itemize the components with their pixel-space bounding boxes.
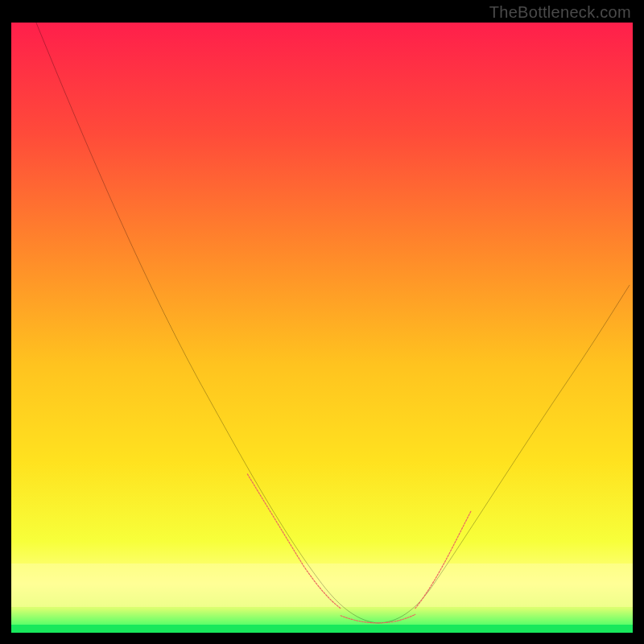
bottleneck-curve <box>11 23 633 633</box>
curve-dots-bottom <box>341 614 415 623</box>
curve-dots-left <box>247 474 341 609</box>
curve-dots-right <box>415 510 471 608</box>
watermark-text: TheBottleneck.com <box>489 3 631 22</box>
chart-plot-area <box>11 23 633 633</box>
curve-path <box>36 23 630 623</box>
